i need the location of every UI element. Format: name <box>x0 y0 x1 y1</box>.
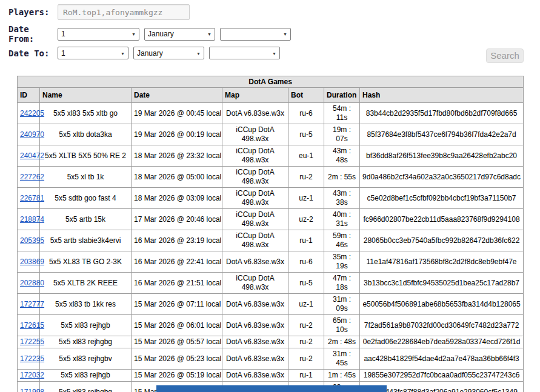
game-row: 2422055x5 xl83 5x5 xltb go19 Mar 2026 @ … <box>18 103 524 124</box>
game-id-link[interactable]: 240472 <box>20 151 44 160</box>
date-to-day-value: 1 <box>61 49 65 58</box>
game-bot-cell: ru-1 <box>288 370 324 382</box>
game-row: 2272625x5 xl tb 1k18 Mar 2026 @ 05:00 lo… <box>18 167 524 188</box>
game-map-cell: iCCup DotA 498.w3x <box>222 167 288 188</box>
game-name-cell: 5x5 xl83 5x5 xltb go <box>40 103 132 124</box>
game-id-link[interactable]: 172777 <box>20 300 44 308</box>
game-map-cell: iCCup DotA 498.w3x <box>222 209 288 230</box>
game-id-link[interactable]: 172255 <box>20 337 44 346</box>
chevron-down-icon: ▼ <box>283 32 287 36</box>
column-header-map: Map <box>222 88 288 103</box>
game-hash-cell: 9d0a486b2cf34a602a32a0c3650217d97c6d8adc <box>360 167 524 188</box>
game-bot-cell: uz-1 <box>288 294 324 315</box>
game-id-link[interactable]: 203869 <box>20 257 44 266</box>
game-duration-cell: 43m : 38s <box>324 188 360 209</box>
game-date-cell: 18 Mar 2026 @ 03:09 local <box>132 188 222 209</box>
game-id-link[interactable]: 227262 <box>20 173 44 181</box>
game-id-cell: 240472 <box>18 145 40 167</box>
date-from-row: Date From: 1 ▼ January ▼ ▼ <box>8 24 532 44</box>
game-row: 2267815x5 sdtb goo fast 418 Mar 2026 @ 0… <box>18 188 524 209</box>
chevron-down-icon: ▼ <box>132 32 136 36</box>
game-bot-cell: ru-5 <box>288 124 324 145</box>
game-name-cell: 5x5 artb 15k <box>40 209 132 230</box>
chevron-down-icon: ▼ <box>121 51 125 55</box>
game-id-cell: 203869 <box>18 251 40 273</box>
game-duration-cell: 2m : 55s <box>324 167 360 188</box>
game-bot-cell: uz-1 <box>288 188 324 209</box>
game-id-link[interactable]: 242205 <box>20 109 44 118</box>
game-hash-cell: 11e1af47816af173568bf8c2d2f8dc8eb9ebf47e <box>360 251 524 273</box>
players-label: Players: <box>8 7 58 17</box>
game-date-cell: 15 Mar 2026 @ 06:01 local <box>132 315 222 336</box>
column-header-bot: Bot <box>288 88 324 103</box>
game-id-link[interactable]: 172032 <box>20 371 44 379</box>
game-id-cell: 172777 <box>18 294 40 315</box>
game-id-link[interactable]: 172615 <box>20 321 44 330</box>
game-hash-cell: 3b13bcc3c1d5fbfc94535025d1bea25c17ad28b7 <box>360 273 524 294</box>
game-id-link[interactable]: 205395 <box>20 236 44 245</box>
game-id-link[interactable]: 171998 <box>20 388 44 392</box>
game-map-cell: iCCup DotA 498.w3x <box>222 145 288 167</box>
date-to-year-select[interactable]: ▼ <box>209 47 280 59</box>
column-header-id: ID <box>18 88 40 103</box>
date-to-day-select[interactable]: 1 ▼ <box>58 47 128 59</box>
game-id-link[interactable]: 172235 <box>20 354 44 363</box>
game-map-cell: DotA v6.83se.w3x <box>222 315 288 336</box>
game-id-link[interactable]: 240970 <box>20 130 44 139</box>
game-hash-cell: 7f2ad561a9b87032fd00cd30649fc7482d23a772 <box>360 315 524 336</box>
date-from-label: Date From: <box>8 24 58 44</box>
game-map-cell: DotA v6.83se.w3x <box>222 348 288 370</box>
footer-bar <box>156 385 387 392</box>
game-hash-cell: 0e2fad06e228684eb7dea5928a03374ecd726f1d <box>360 336 524 348</box>
game-date-cell: 16 Mar 2026 @ 22:41 local <box>132 251 222 273</box>
game-duration-cell: 54m : 11s <box>324 103 360 124</box>
game-name-cell: 5x5 xl83 tb 1kk res <box>40 294 132 315</box>
game-duration-cell: 1m : 45s <box>324 370 360 382</box>
game-duration-cell: 2m : 48s <box>324 336 360 348</box>
game-id-cell: 240970 <box>18 124 40 145</box>
game-duration-cell: 59m : 46s <box>324 230 360 251</box>
game-date-cell: 15 Mar 2026 @ 05:23 local <box>132 348 222 370</box>
date-to-label: Date To: <box>8 48 58 58</box>
game-bot-cell: uz-2 <box>288 209 324 230</box>
game-id-link[interactable]: 218874 <box>20 215 44 224</box>
game-name-cell: 5x5 xl tb 1k <box>40 167 132 188</box>
game-id-cell: 172255 <box>18 336 40 348</box>
column-header-name: Name <box>40 88 132 103</box>
search-form: Players: Date From: 1 ▼ January ▼ ▼ Date… <box>0 0 540 59</box>
game-map-cell: DotA v6.83se.w3x <box>222 336 288 348</box>
game-hash-cell: c5e02d8bef1c5cfbf092bb4cbcf19bf3a71150b7 <box>360 188 524 209</box>
game-id-cell: 205395 <box>18 230 40 251</box>
date-from-year-select[interactable]: ▼ <box>220 28 291 41</box>
games-table: DotA Games ID Name Date Map Bot Duration… <box>17 76 524 392</box>
game-map-cell: DotA v6.83se.w3x <box>222 251 288 273</box>
date-from-month-select[interactable]: January ▼ <box>144 28 215 41</box>
game-id-link[interactable]: 226781 <box>20 194 44 202</box>
game-row: 1726155x5 xl83 rejhgb15 Mar 2026 @ 06:01… <box>18 315 524 336</box>
date-to-month-select[interactable]: January ▼ <box>133 47 204 59</box>
game-duration-cell: 43m : 48s <box>324 145 360 167</box>
game-id-cell: 171998 <box>18 382 40 392</box>
game-row: 1722355x5 xl83 rejhgbv15 Mar 2026 @ 05:2… <box>18 348 524 370</box>
players-input[interactable] <box>58 4 190 20</box>
date-from-day-select[interactable]: 1 ▼ <box>58 28 139 41</box>
game-hash-cell: 28065b0cc3eb7540a5fbc992b826472db36fc622 <box>360 230 524 251</box>
game-map-cell: iCCup DotA 498.w3x <box>222 188 288 209</box>
game-id-cell: 227262 <box>18 167 40 188</box>
game-hash-cell: 19855e3072952d7fc0bcaa0adf055c23747243c6 <box>360 370 524 382</box>
column-header-hash: Hash <box>360 88 524 103</box>
game-duration-cell: 31m : 45s <box>324 348 360 370</box>
game-hash-cell: bf36dd8af26f513fee39b8c9aa26428efb2abc20 <box>360 145 524 167</box>
game-id-cell: 172235 <box>18 348 40 370</box>
game-duration-cell: 19m : 07s <box>324 124 360 145</box>
search-button[interactable]: Search <box>486 48 524 63</box>
games-table-body: 2422055x5 xl83 5x5 xltb go19 Mar 2026 @ … <box>18 103 524 392</box>
game-bot-cell: ru-2 <box>288 336 324 348</box>
game-date-cell: 15 Mar 2026 @ 05:19 local <box>132 370 222 382</box>
date-to-row: Date To: 1 ▼ January ▼ ▼ <box>8 47 532 59</box>
game-id-cell: 226781 <box>18 188 40 209</box>
game-id-cell: 202880 <box>18 273 40 294</box>
players-row: Players: <box>8 4 532 20</box>
game-id-link[interactable]: 202880 <box>20 279 44 287</box>
game-date-cell: 17 Mar 2026 @ 20:46 local <box>132 209 222 230</box>
